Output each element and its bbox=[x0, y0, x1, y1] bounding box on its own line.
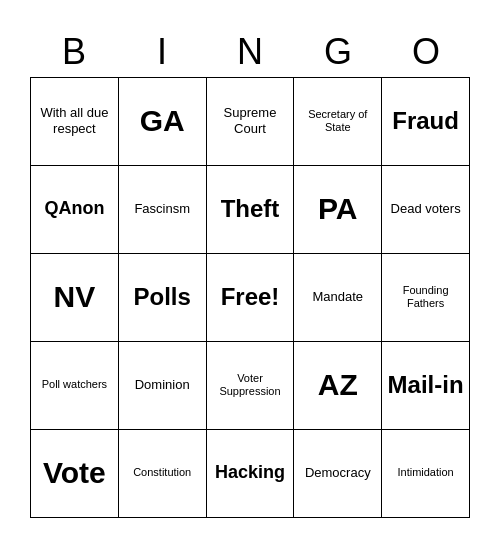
bingo-cell: Intimidation bbox=[382, 430, 470, 518]
bingo-cell: With all due respect bbox=[31, 78, 119, 166]
bingo-cell: Voter Suppression bbox=[207, 342, 295, 430]
header-letter: B bbox=[30, 27, 118, 77]
cell-text: Intimidation bbox=[397, 466, 453, 479]
cell-text: Theft bbox=[221, 195, 280, 224]
cell-text: Vote bbox=[43, 455, 106, 491]
bingo-cell: Vote bbox=[31, 430, 119, 518]
bingo-cell: Democracy bbox=[294, 430, 382, 518]
bingo-cell: Supreme Court bbox=[207, 78, 295, 166]
cell-text: Free! bbox=[221, 283, 280, 312]
bingo-cell: QAnon bbox=[31, 166, 119, 254]
cell-text: Mandate bbox=[312, 289, 363, 305]
cell-text: Democracy bbox=[305, 465, 371, 481]
cell-text: With all due respect bbox=[35, 105, 114, 136]
bingo-header: BINGO bbox=[30, 27, 470, 77]
bingo-cell: Theft bbox=[207, 166, 295, 254]
cell-text: Fascinsm bbox=[134, 201, 190, 217]
bingo-cell: Mandate bbox=[294, 254, 382, 342]
bingo-cell: Poll watchers bbox=[31, 342, 119, 430]
cell-text: Poll watchers bbox=[42, 378, 107, 391]
cell-text: AZ bbox=[318, 367, 358, 403]
bingo-cell: Dominion bbox=[119, 342, 207, 430]
bingo-card: BINGO With all due respectGASupreme Cour… bbox=[20, 17, 480, 528]
cell-text: Hacking bbox=[215, 462, 285, 484]
bingo-cell: Constitution bbox=[119, 430, 207, 518]
bingo-cell: Dead voters bbox=[382, 166, 470, 254]
bingo-cell: GA bbox=[119, 78, 207, 166]
bingo-cell: Polls bbox=[119, 254, 207, 342]
bingo-cell: AZ bbox=[294, 342, 382, 430]
header-letter: O bbox=[382, 27, 470, 77]
cell-text: Constitution bbox=[133, 466, 191, 479]
bingo-grid: With all due respectGASupreme CourtSecre… bbox=[30, 77, 470, 518]
cell-text: PA bbox=[318, 191, 357, 227]
bingo-cell: NV bbox=[31, 254, 119, 342]
cell-text: Polls bbox=[134, 283, 191, 312]
cell-text: Founding Fathers bbox=[386, 284, 465, 310]
bingo-cell: Founding Fathers bbox=[382, 254, 470, 342]
bingo-cell: Secretary of State bbox=[294, 78, 382, 166]
cell-text: QAnon bbox=[44, 198, 104, 220]
bingo-cell: Free! bbox=[207, 254, 295, 342]
cell-text: Supreme Court bbox=[211, 105, 290, 136]
bingo-cell: PA bbox=[294, 166, 382, 254]
bingo-cell: Fascinsm bbox=[119, 166, 207, 254]
cell-text: NV bbox=[54, 279, 96, 315]
cell-text: Dead voters bbox=[391, 201, 461, 217]
cell-text: Secretary of State bbox=[298, 108, 377, 134]
cell-text: Dominion bbox=[135, 377, 190, 393]
bingo-cell: Hacking bbox=[207, 430, 295, 518]
header-letter: G bbox=[294, 27, 382, 77]
bingo-cell: Mail-in bbox=[382, 342, 470, 430]
cell-text: GA bbox=[140, 103, 185, 139]
cell-text: Fraud bbox=[392, 107, 459, 136]
cell-text: Voter Suppression bbox=[211, 372, 290, 398]
bingo-cell: Fraud bbox=[382, 78, 470, 166]
cell-text: Mail-in bbox=[388, 371, 464, 400]
header-letter: I bbox=[118, 27, 206, 77]
header-letter: N bbox=[206, 27, 294, 77]
